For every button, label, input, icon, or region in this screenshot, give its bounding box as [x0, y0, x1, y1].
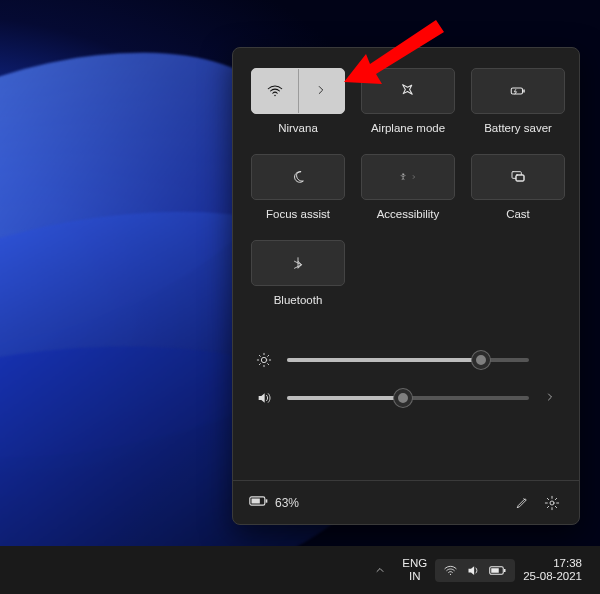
language-line2: IN [409, 570, 421, 583]
cast-label: Cast [506, 208, 530, 220]
svg-rect-15 [504, 569, 506, 572]
clock[interactable]: 17:38 25-08-2021 [515, 553, 590, 587]
svg-point-13 [450, 573, 451, 574]
edit-quick-settings-button[interactable] [507, 488, 537, 518]
volume-fill [287, 396, 403, 400]
bluetooth-toggle-button[interactable] [251, 240, 345, 286]
bluetooth-label: Bluetooth [274, 294, 323, 306]
svg-rect-10 [252, 499, 260, 504]
battery-saver-toggle-button[interactable] [471, 68, 565, 114]
svg-rect-16 [491, 568, 499, 573]
chevron-right-icon [314, 83, 328, 100]
language-indicator[interactable]: ENG IN [394, 553, 435, 587]
wifi-icon [266, 82, 284, 100]
svg-point-11 [550, 501, 554, 505]
settings-button[interactable] [537, 488, 567, 518]
taskbar: ENG IN 17:38 25-08-2021 [0, 546, 600, 594]
accessibility-toggle-button[interactable] [361, 154, 455, 200]
wifi-toggle-half[interactable] [252, 69, 299, 113]
battery-status-icon [249, 495, 269, 510]
battery-saver-icon [509, 82, 527, 100]
wifi-expand-half[interactable] [299, 69, 345, 113]
svg-rect-9 [266, 499, 268, 502]
svg-rect-1 [511, 88, 522, 94]
tray-volume-icon [466, 563, 481, 578]
volume-thumb[interactable] [394, 389, 412, 407]
panel-footer: 63% [233, 480, 579, 524]
bluetooth-tile: Bluetooth [251, 240, 345, 306]
quick-settings-grid: Nirvana Airplane mode Battery saver [233, 48, 579, 312]
svg-point-3 [402, 174, 403, 175]
accessibility-icon [399, 168, 417, 186]
bluetooth-icon [289, 254, 307, 272]
accessibility-label: Accessibility [377, 208, 440, 220]
tray-battery-icon [489, 565, 507, 576]
volume-slider[interactable] [287, 396, 529, 400]
battery-percent-text: 63% [275, 496, 299, 510]
brightness-row [255, 352, 557, 368]
airplane-toggle-button[interactable] [361, 68, 455, 114]
moon-icon [289, 168, 307, 186]
svg-rect-2 [523, 90, 525, 93]
system-tray-status[interactable] [435, 559, 515, 582]
focus-assist-label: Focus assist [266, 208, 330, 220]
tray-wifi-icon [443, 563, 458, 578]
volume-expand-button[interactable] [543, 391, 557, 406]
brightness-icon [255, 352, 273, 368]
quick-settings-panel: Nirvana Airplane mode Battery saver [232, 47, 580, 525]
wifi-toggle-button[interactable] [251, 68, 345, 114]
language-line1: ENG [402, 557, 427, 570]
airplane-tile: Airplane mode [361, 68, 455, 134]
airplane-icon [399, 82, 417, 100]
brightness-thumb[interactable] [472, 351, 490, 369]
svg-point-7 [261, 357, 266, 362]
battery-saver-label: Battery saver [484, 122, 552, 134]
brightness-slider[interactable] [287, 358, 529, 362]
battery-saver-tile: Battery saver [471, 68, 565, 134]
cast-toggle-button[interactable] [471, 154, 565, 200]
volume-row [255, 390, 557, 406]
cast-tile: Cast [471, 154, 565, 220]
volume-icon [255, 390, 273, 406]
cast-icon [509, 168, 527, 186]
svg-rect-5 [516, 175, 524, 181]
clock-date: 25-08-2021 [523, 570, 582, 583]
brightness-fill [287, 358, 481, 362]
accessibility-tile: Accessibility [361, 154, 455, 220]
airplane-label: Airplane mode [371, 122, 445, 134]
wifi-tile: Nirvana [251, 68, 345, 134]
focus-assist-toggle-button[interactable] [251, 154, 345, 200]
tray-overflow-button[interactable] [366, 558, 394, 582]
wifi-label: Nirvana [278, 122, 318, 134]
focus-assist-tile: Focus assist [251, 154, 345, 220]
svg-point-0 [274, 95, 276, 97]
sliders-section [233, 312, 579, 436]
clock-time: 17:38 [553, 557, 582, 570]
